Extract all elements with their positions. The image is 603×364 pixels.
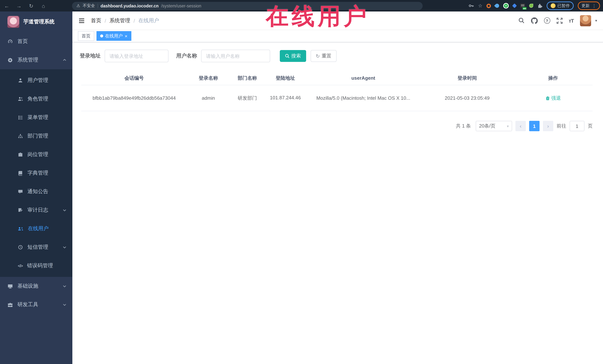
username-input[interactable] bbox=[201, 50, 270, 62]
extension-v-badge: V bbox=[504, 4, 508, 8]
force-logout-label: 强退 bbox=[551, 95, 561, 101]
sidebar-item-label: 首页 bbox=[17, 38, 66, 45]
browser-back-icon[interactable]: ← bbox=[4, 3, 10, 9]
sidebar: 芋道管理系统 首页 系统管理 bbox=[0, 11, 72, 364]
extension-v-icon[interactable]: V bbox=[503, 3, 509, 9]
sidebar-item-system[interactable]: 系统管理 bbox=[0, 51, 72, 69]
sidebar-item-label: 基础设施 bbox=[17, 283, 58, 289]
sidebar-item-post-mgmt[interactable]: 岗位管理 bbox=[0, 145, 72, 164]
extension-orange-icon[interactable] bbox=[487, 3, 491, 8]
browser-reload-icon[interactable]: ↻ bbox=[28, 3, 34, 9]
sidebar-item-label: 错误码管理 bbox=[27, 263, 66, 269]
sidebar-item-menu-mgmt[interactable]: 菜单管理 bbox=[0, 108, 72, 127]
sidebar-item-audit-log[interactable]: 审计日志 bbox=[0, 201, 72, 220]
profile-emoji-icon bbox=[551, 3, 556, 8]
reset-button[interactable]: ↻ 重置 bbox=[311, 50, 336, 62]
user-avatar[interactable] bbox=[580, 15, 591, 26]
sidebar-item-role-mgmt[interactable]: 角色管理 bbox=[0, 90, 72, 108]
not-secure-label: 不安全 bbox=[83, 3, 95, 9]
org-tree-icon bbox=[18, 133, 23, 139]
chevron-down-icon bbox=[63, 284, 66, 288]
breadcrumb-system[interactable]: 系统管理 bbox=[109, 17, 130, 24]
profile-paused-label: 已暂停 bbox=[557, 3, 570, 9]
extension-gem-icon[interactable] bbox=[512, 3, 517, 8]
search-button[interactable]: 搜索 bbox=[280, 50, 306, 62]
extension-drop-icon[interactable] bbox=[494, 3, 500, 9]
sidebar-item-dept-mgmt[interactable]: 部门管理 bbox=[0, 127, 72, 145]
user-icon bbox=[18, 78, 23, 83]
toolbox-icon bbox=[7, 302, 13, 308]
search-button-label: 搜索 bbox=[291, 53, 301, 59]
sidebar-item-online-users[interactable]: 在线用户 bbox=[0, 220, 72, 238]
fullscreen-icon[interactable] bbox=[557, 18, 562, 23]
audit-log-icon bbox=[18, 208, 23, 213]
col-login-address: 登陆地址 bbox=[265, 71, 306, 85]
extension-translate-icon[interactable]: en bbox=[520, 3, 525, 8]
chevron-down-icon bbox=[63, 303, 66, 307]
extensions-puzzle-icon[interactable] bbox=[537, 3, 543, 8]
cell-session-id: bfbb1ab79ba849e49fb26ddb56a73044 bbox=[81, 85, 187, 111]
help-icon[interactable]: ? bbox=[544, 17, 550, 24]
address-bar[interactable]: ⚠ 不安全 dashboard.yudao.iocoder.cn/system/… bbox=[72, 2, 423, 10]
code-icon: </> bbox=[18, 264, 23, 268]
menu-list-icon bbox=[18, 115, 23, 120]
browser-update-chip[interactable]: 更新 ⋮ bbox=[578, 1, 600, 10]
next-page-button[interactable]: › bbox=[543, 121, 553, 131]
sidebar-submenu-system: 用户管理 角色管理 菜单管理 bbox=[0, 69, 72, 277]
cell-dept-name: 研发部门 bbox=[230, 85, 265, 111]
sidebar-logo[interactable]: 芋道管理系统 bbox=[0, 11, 72, 32]
extension-leaf-icon[interactable] bbox=[529, 4, 533, 8]
password-key-icon[interactable] bbox=[468, 3, 474, 9]
sidebar-item-notice[interactable]: 通知公告 bbox=[0, 182, 72, 201]
goto-page-input[interactable] bbox=[570, 121, 584, 131]
login-address-label: 登录地址 bbox=[80, 53, 101, 59]
sidebar-item-sms-mgmt[interactable]: 短信管理 bbox=[0, 238, 72, 256]
url-domain: dashboard.yudao.iocoder.cn bbox=[101, 3, 159, 8]
select-caret-icon: ▾ bbox=[507, 124, 509, 128]
browser-home-icon[interactable]: ⌂ bbox=[40, 3, 46, 9]
page-size-select[interactable]: 20条/页 ▾ bbox=[476, 121, 512, 131]
page-number-1[interactable]: 1 bbox=[529, 121, 540, 131]
tag-online-users[interactable]: 在线用户 × bbox=[96, 31, 131, 41]
browser-forward-icon[interactable]: → bbox=[16, 3, 22, 9]
reset-icon: ↻ bbox=[316, 53, 320, 59]
sidebar-item-home[interactable]: 首页 bbox=[0, 32, 72, 51]
col-actions: 操作 bbox=[514, 71, 593, 85]
sidebar-item-user-mgmt[interactable]: 用户管理 bbox=[0, 71, 72, 90]
search-icon[interactable] bbox=[518, 17, 524, 24]
notice-bubble-icon bbox=[18, 189, 23, 194]
sidebar-item-dev-tools[interactable]: 研发工具 bbox=[0, 295, 72, 314]
col-session-id: 会话编号 bbox=[81, 71, 187, 85]
username-label: 用户名称 bbox=[176, 53, 197, 59]
extension-en-badge: en bbox=[523, 7, 527, 10]
cell-login-name: admin bbox=[187, 85, 230, 111]
tag-close-icon[interactable]: × bbox=[125, 33, 128, 38]
bookmark-star-icon[interactable]: ☆ bbox=[478, 3, 482, 9]
logo-image bbox=[7, 16, 19, 28]
profile-paused-chip[interactable]: 已暂停 bbox=[547, 1, 574, 10]
post-badge-icon bbox=[18, 152, 23, 157]
url-divider bbox=[98, 3, 98, 8]
force-logout-button[interactable]: 强退 bbox=[545, 95, 561, 101]
cell-login-time: 2021-05-03 23:05:49 bbox=[421, 85, 514, 111]
sidebar-item-infrastructure[interactable]: 基础设施 bbox=[0, 277, 72, 295]
prev-page-button[interactable]: ‹ bbox=[515, 121, 526, 131]
github-icon[interactable] bbox=[531, 17, 537, 24]
role-icon bbox=[18, 96, 23, 101]
tag-home[interactable]: 首页 bbox=[78, 31, 94, 41]
main-area: 首页 / 系统管理 / 在线用户 ? bbox=[72, 11, 603, 364]
sidebar-item-dict-mgmt[interactable]: 字典管理 bbox=[0, 164, 72, 182]
page-content: 登录地址 用户名称 搜索 ↻ 重置 bbox=[72, 42, 603, 364]
sidebar-item-error-code[interactable]: </> 错误码管理 bbox=[0, 256, 72, 275]
breadcrumb-home[interactable]: 首页 bbox=[91, 17, 101, 24]
gear-icon bbox=[7, 57, 13, 63]
font-size-icon[interactable]: тT bbox=[569, 18, 574, 23]
sidebar-item-label: 角色管理 bbox=[27, 96, 66, 102]
login-address-input[interactable] bbox=[105, 50, 168, 62]
avatar-caret-icon[interactable]: ▾ bbox=[595, 19, 597, 22]
hamburger-icon[interactable] bbox=[78, 18, 85, 23]
app-header: 首页 / 系统管理 / 在线用户 ? bbox=[72, 11, 603, 30]
browser-menu-icon[interactable]: ⋮ bbox=[592, 3, 596, 8]
sidebar-item-label: 研发工具 bbox=[17, 301, 58, 308]
sidebar-item-label: 审计日志 bbox=[27, 207, 58, 213]
